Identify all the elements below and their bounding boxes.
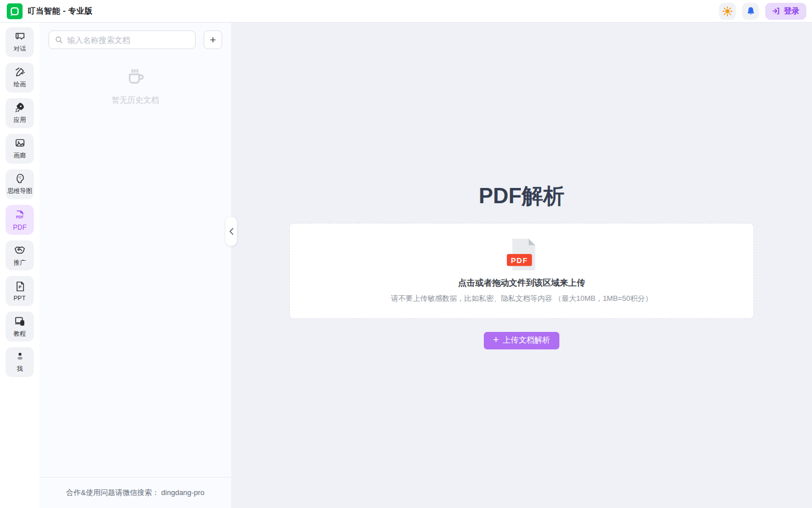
sun-icon	[722, 6, 732, 16]
sidebar-item-mindmap[interactable]: 思维导图	[6, 169, 34, 199]
upload-hint-text: 点击或者拖动文件到该区域来上传	[458, 278, 585, 288]
upload-dropzone[interactable]: PDF 点击或者拖动文件到该区域来上传 请不要上传敏感数据，比如私密、隐私文档等…	[289, 223, 754, 319]
svg-text:P: P	[19, 284, 21, 290]
empty-state-text: 暂无历史文档	[112, 95, 159, 106]
top-bar: 叮当智能 - 专业版	[0, 0, 812, 23]
sidebar-item-me[interactable]: 我	[6, 347, 34, 377]
rocket-icon	[14, 102, 26, 113]
user-icon	[14, 351, 26, 362]
pdf-file-icon: PDF	[14, 209, 26, 221]
sidebar: 对话 绘画 应用	[0, 23, 39, 508]
search-icon	[55, 36, 63, 44]
sidebar-item-drawing[interactable]: 绘画	[6, 63, 34, 93]
handshake-icon	[14, 244, 26, 256]
sidebar-item-apps[interactable]: 应用	[6, 98, 34, 128]
chevron-left-icon	[228, 227, 235, 235]
devices-icon	[14, 315, 26, 327]
login-button[interactable]: 登录	[765, 3, 806, 20]
upload-parse-button[interactable]: + 上传文档解析	[484, 332, 559, 349]
image-icon	[14, 137, 26, 149]
ppt-file-icon: P	[14, 281, 26, 292]
search-input[interactable]	[67, 36, 189, 45]
svg-text:PDF: PDF	[511, 256, 528, 265]
search-box	[48, 30, 196, 49]
coffee-cup-icon	[124, 65, 147, 90]
login-arrow-icon	[772, 7, 780, 15]
app-logo-icon	[7, 3, 23, 19]
sidebar-item-chat[interactable]: 对话	[6, 27, 34, 57]
bell-icon	[746, 6, 756, 16]
upload-parse-button-label: 上传文档解析	[503, 335, 550, 345]
login-label: 登录	[784, 6, 800, 16]
sidebar-item-tutorial[interactable]: 教程	[6, 312, 34, 341]
paint-brush-icon	[14, 66, 26, 78]
contact-info-text: 合作&使用问题请微信搜索： dingdang-pro	[67, 488, 205, 498]
new-document-button[interactable]: +	[204, 30, 222, 49]
app-title: 叮当智能 - 专业版	[28, 6, 92, 16]
page-title: PDF解析	[479, 182, 564, 211]
sidebar-item-pdf[interactable]: PDF PDF	[6, 205, 34, 235]
panel-footer: 合作&使用问题请微信搜索： dingdang-pro	[39, 477, 231, 508]
collapse-panel-button[interactable]	[226, 217, 237, 246]
main-content: PDF解析 PDF 点击或者拖动文件到该区域来上传 请不要上传敏感数据，比如私密…	[231, 23, 812, 508]
plus-icon: +	[493, 335, 499, 345]
notifications-button[interactable]	[742, 3, 759, 20]
theme-toggle-button[interactable]	[719, 3, 736, 20]
mindmap-icon	[14, 173, 26, 185]
svg-text:PDF: PDF	[16, 214, 24, 218]
sidebar-item-gallery[interactable]: 画廊	[6, 134, 34, 164]
empty-state: 暂无历史文档	[39, 65, 231, 106]
pdf-document-icon: PDF	[505, 237, 539, 271]
chat-icon	[14, 30, 26, 42]
sidebar-item-ppt[interactable]: P PPT	[6, 276, 34, 306]
document-list-panel: + 暂无历史文档 合作&使用问题请微信搜索： dingdang-pro	[39, 23, 231, 508]
upload-note-text: 请不要上传敏感数据，比如私密、隐私文档等内容 （最大10MB，1MB=50积分）	[391, 294, 652, 304]
sidebar-item-promotion[interactable]: 推广	[6, 240, 34, 270]
